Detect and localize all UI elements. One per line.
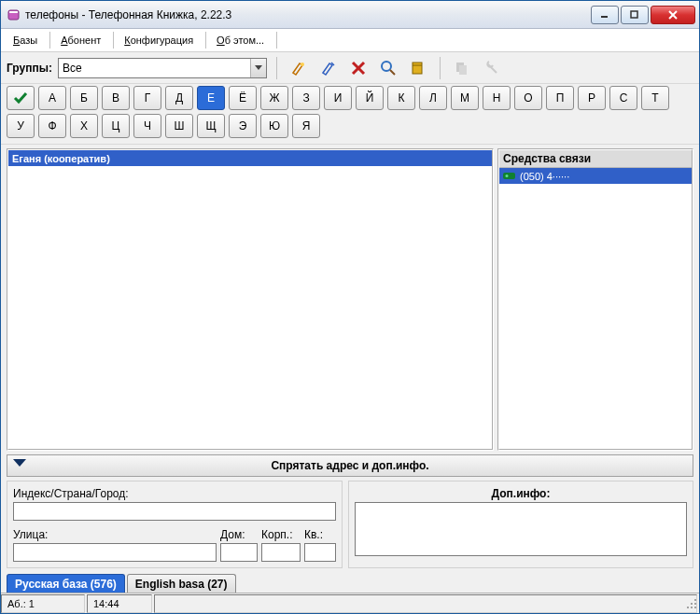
groups-combo[interactable]: Все [58, 58, 267, 78]
house-input[interactable] [220, 543, 258, 562]
resize-grip-icon[interactable] [684, 596, 697, 611]
svg-point-22 [687, 607, 689, 608]
letter-Ч[interactable]: Ч [133, 114, 161, 138]
letter-Й[interactable]: Й [356, 86, 384, 110]
letter-Г[interactable]: Г [133, 86, 161, 110]
apt-input[interactable] [304, 543, 336, 562]
subscriber-list[interactable]: Еганя (кооператив) [7, 148, 494, 451]
status-bar: Аб.: 1 14:44 [1, 593, 699, 613]
letter-Д[interactable]: Д [165, 86, 193, 110]
letter-Р[interactable]: Р [578, 86, 606, 110]
svg-marker-18 [13, 459, 26, 467]
street-label: Улица: [13, 528, 217, 541]
letter-Щ[interactable]: Щ [197, 114, 225, 138]
status-time: 14:44 [87, 594, 152, 613]
letter-С[interactable]: С [609, 86, 637, 110]
letter-Т[interactable]: Т [641, 86, 669, 110]
svg-rect-12 [413, 63, 422, 74]
letter-А[interactable]: А [38, 86, 66, 110]
apt-label: Кв.: [304, 528, 336, 541]
letter-Ф[interactable]: Ф [38, 114, 66, 138]
svg-rect-15 [459, 65, 467, 75]
titlebar: телефоны - Телефонная Книжка, 2.22.3 [1, 1, 699, 29]
contacts-header: Средства связи [499, 150, 692, 168]
letter-Ж[interactable]: Ж [260, 86, 288, 110]
app-icon [7, 7, 21, 22]
korp-label: Корп.: [261, 528, 301, 541]
maximize-button[interactable] [621, 6, 649, 24]
contact-item[interactable]: (050) 4······ [499, 168, 692, 184]
letter-К[interactable]: К [387, 86, 415, 110]
edit-button[interactable] [316, 56, 341, 80]
show-all-button[interactable] [7, 86, 35, 110]
index-input[interactable] [13, 502, 336, 521]
alphabet-bar: АБВГДЕЁЖЗИЙКЛМНОПРСТУФХЦЧШЩЭЮЯ [1, 84, 699, 145]
svg-point-21 [694, 603, 696, 605]
letter-И[interactable]: И [324, 86, 352, 110]
status-empty [154, 594, 697, 613]
toolbar: Группы: Все [1, 52, 699, 84]
menu-db[interactable]: Базы [5, 31, 46, 49]
delete-button[interactable] [346, 56, 371, 80]
letter-Ё[interactable]: Ё [229, 86, 257, 110]
svg-point-17 [506, 174, 509, 177]
street-input[interactable] [13, 543, 217, 562]
letter-Б[interactable]: Б [70, 86, 98, 110]
groups-value: Все [59, 62, 250, 75]
copy-button [450, 56, 474, 80]
letter-Я[interactable]: Я [292, 114, 320, 138]
letter-Н[interactable]: Н [483, 86, 511, 110]
tab-ru[interactable]: Русская база (576) [7, 574, 125, 593]
tab-en[interactable]: English basa (27) [127, 574, 236, 593]
address-area: Индекс/Страна/Город: Улица: Дом: Корп.: … [1, 477, 699, 568]
svg-point-23 [691, 607, 693, 608]
groups-label: Группы: [7, 62, 52, 75]
svg-point-10 [382, 62, 391, 71]
letter-О[interactable]: О [514, 86, 542, 110]
tool-button [480, 56, 504, 80]
close-button[interactable] [651, 6, 695, 24]
content-area: Еганя (кооператив) Средства связи (050) … [1, 145, 699, 451]
search-icon[interactable] [376, 56, 400, 80]
book-icon[interactable] [406, 56, 430, 80]
minimize-button[interactable] [591, 6, 619, 24]
letter-В[interactable]: В [102, 86, 130, 110]
letter-М[interactable]: М [451, 86, 479, 110]
korp-input[interactable] [261, 543, 301, 562]
svg-line-11 [390, 70, 395, 75]
letter-Ю[interactable]: Ю [260, 114, 288, 138]
house-label: Дом: [220, 528, 258, 541]
status-count: Аб.: 1 [1, 594, 85, 613]
svg-rect-1 [9, 11, 18, 13]
letter-З[interactable]: З [292, 86, 320, 110]
svg-point-20 [691, 603, 693, 605]
menu-subscriber[interactable]: Абонент [52, 31, 109, 49]
letter-Х[interactable]: Х [70, 114, 98, 138]
address-panel: Индекс/Страна/Город: Улица: Дом: Корп.: … [7, 481, 343, 568]
app-window: телефоны - Телефонная Книжка, 2.22.3 Баз… [0, 0, 700, 614]
list-item[interactable]: Еганя (кооператив) [8, 150, 492, 166]
svg-rect-3 [631, 11, 637, 18]
svg-rect-16 [503, 173, 515, 179]
chevron-down-icon[interactable] [250, 59, 266, 77]
svg-marker-6 [255, 65, 262, 70]
db-tabs: Русская база (576) English basa (27) [1, 568, 699, 593]
menu-about[interactable]: Об этом... [208, 31, 273, 49]
window-title: телефоны - Телефонная Книжка, 2.22.3 [25, 8, 589, 21]
letter-Л[interactable]: Л [419, 86, 447, 110]
toggle-address-bar[interactable]: Спрятать адрес и доп.инфо. [7, 454, 693, 477]
letter-Е[interactable]: Е [197, 86, 225, 110]
letter-П[interactable]: П [546, 86, 574, 110]
contacts-list[interactable]: (050) 4······ [499, 168, 692, 449]
letter-Ц[interactable]: Ц [102, 114, 130, 138]
letter-У[interactable]: У [7, 114, 35, 138]
contacts-panel: Средства связи (050) 4······ [497, 148, 693, 451]
add-button[interactable] [287, 56, 311, 80]
menu-config[interactable]: Конфигурация [116, 31, 202, 49]
extra-info-panel: Доп.инфо: [348, 481, 693, 568]
svg-point-24 [694, 607, 696, 608]
letter-Э[interactable]: Э [229, 114, 257, 138]
extra-input[interactable] [355, 502, 687, 556]
extra-label: Доп.инфо: [355, 487, 687, 500]
letter-Ш[interactable]: Ш [165, 114, 193, 138]
